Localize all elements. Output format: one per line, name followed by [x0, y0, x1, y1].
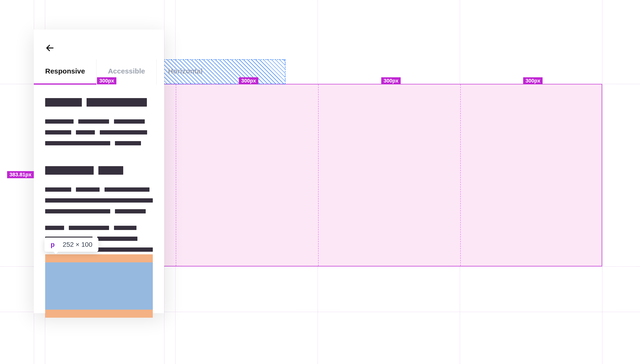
inspected-element-content-box: [45, 262, 153, 310]
article-skeleton: [45, 98, 153, 258]
back-arrow-icon[interactable]: [45, 43, 55, 53]
element-info-size: 252 × 100: [63, 241, 92, 248]
grid-column-label: 300px: [381, 77, 401, 84]
element-info-tag: p: [51, 241, 55, 248]
grid-column-label: 300px: [97, 77, 116, 84]
grid-column-label: 300px: [239, 77, 258, 84]
mobile-preview-frame: Responsive Accessible Horizontal: [34, 30, 164, 313]
element-info-tooltip: p 252 × 100: [45, 238, 98, 252]
tab-horizontal[interactable]: Horizontal: [157, 59, 214, 84]
tab-responsive[interactable]: Responsive: [34, 59, 97, 84]
inspected-element-margin-bottom: [45, 310, 153, 318]
grid-guide-vertical: [602, 0, 602, 364]
grid-column-divider: [318, 84, 319, 266]
grid-column-label: 300px: [523, 77, 542, 84]
inspected-element-highlight: [45, 254, 153, 318]
grid-row-label: 383.81px: [7, 171, 34, 178]
grid-column-divider: [176, 84, 176, 266]
inspected-element-margin-top: [45, 254, 153, 262]
grid-column-divider: [460, 84, 461, 266]
